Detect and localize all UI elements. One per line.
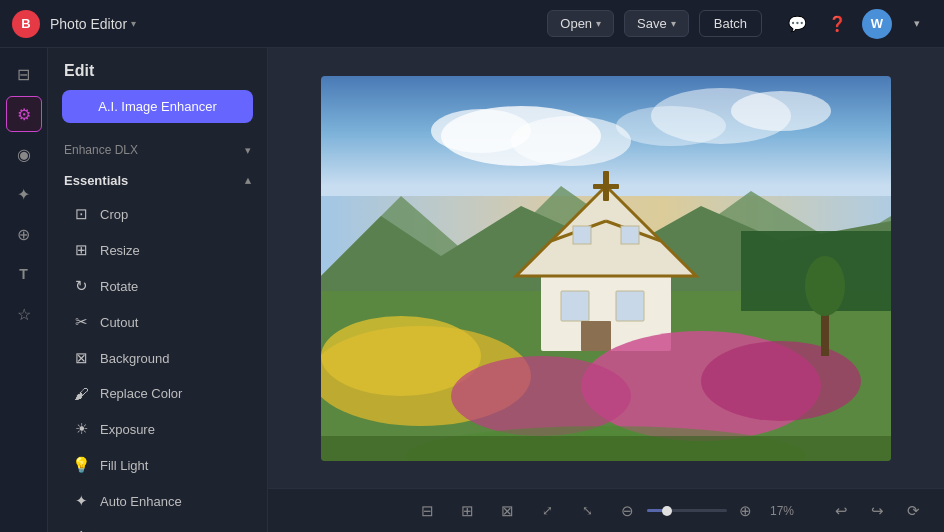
svg-point-4 (511, 116, 631, 166)
batch-button[interactable]: Batch (699, 10, 762, 37)
zoom-control: ⊖ ⊕ 17% (613, 496, 800, 526)
resize-icon: ⊞ (72, 241, 90, 259)
menu-item-cutout[interactable]: ✂ Cutout (54, 304, 261, 340)
grid-icon[interactable]: ⊠ (493, 496, 523, 526)
svg-point-6 (731, 91, 831, 131)
svg-point-7 (616, 106, 726, 146)
rail-text-icon[interactable]: T (6, 256, 42, 292)
menu-item-rotate[interactable]: ↻ Rotate (54, 268, 261, 304)
svg-rect-17 (593, 184, 619, 189)
cutout-icon: ✂ (72, 313, 90, 331)
main-layout: ⊟ ⚙ ◉ ✦ ⊕ T ☆ Edit A.I. Image Enhancer E… (0, 48, 944, 532)
canvas-area: ⊟ ⊞ ⊠ ⤢ ⤡ ⊖ ⊕ 17% ↩ ↪ ⟳ (268, 48, 944, 532)
menu-label-fill-light: Fill Light (100, 458, 148, 473)
svg-rect-22 (581, 321, 611, 351)
photo-canvas (321, 76, 891, 461)
menu-label-exposure: Exposure (100, 422, 155, 437)
svg-rect-20 (561, 291, 589, 321)
zoom-percent: 17% (765, 504, 800, 518)
menu-item-replace-color[interactable]: 🖌 Replace Color (54, 376, 261, 411)
svg-point-29 (701, 341, 861, 421)
rail-eye-icon[interactable]: ◉ (6, 136, 42, 172)
rail-edit-icon[interactable]: ⚙ (6, 96, 42, 132)
ai-image-enhancer-button[interactable]: A.I. Image Enhancer (62, 90, 253, 123)
section-essentials-label: Essentials (64, 173, 128, 188)
topbar: B Photo Editor ▾ Open ▾ Save ▾ Batch 💬 ❓… (0, 0, 944, 48)
rail-sticker-icon[interactable]: ☆ (6, 296, 42, 332)
svg-rect-24 (621, 226, 639, 244)
account-chevron-icon[interactable]: ▾ (902, 9, 932, 39)
svg-point-28 (451, 356, 631, 436)
section-header-enhance[interactable]: Enhance DLX ▾ (48, 135, 267, 165)
menu-label-background: Background (100, 351, 169, 366)
zoom-out-icon[interactable]: ⊖ (613, 496, 643, 526)
app-title: Photo Editor (50, 16, 127, 32)
svg-point-32 (805, 256, 845, 316)
section-header-essentials[interactable]: Essentials ▴ (48, 165, 267, 196)
bottom-toolbar: ⊟ ⊞ ⊠ ⤢ ⤡ ⊖ ⊕ 17% ↩ ↪ ⟳ (268, 488, 944, 532)
zoom-track[interactable] (647, 509, 727, 512)
replace-color-icon: 🖌 (72, 385, 90, 402)
menu-label-replace-color: Replace Color (100, 386, 182, 401)
app-title-group[interactable]: Photo Editor ▾ (50, 16, 136, 32)
essentials-chevron-icon: ▴ (245, 174, 251, 187)
zoom-in-icon[interactable]: ⊕ (731, 496, 761, 526)
exposure-icon: ☀ (72, 420, 90, 438)
sidebar: Edit A.I. Image Enhancer Enhance DLX ▾ E… (48, 48, 268, 532)
help-icon[interactable]: ❓ (822, 9, 852, 39)
canvas-image-container[interactable] (321, 76, 891, 461)
background-icon: ⊠ (72, 349, 90, 367)
rail-layers-icon[interactable]: ⊟ (6, 56, 42, 92)
menu-item-crop[interactable]: ⊡ Crop (54, 196, 261, 232)
zoom-slider[interactable] (647, 509, 727, 512)
auto-enhance-icon: ✦ (72, 492, 90, 510)
menu-item-beautify[interactable]: ❋ Beautify (54, 519, 261, 532)
canvas-content (268, 48, 944, 488)
topbar-right: 💬 ❓ W ▾ (782, 9, 932, 39)
rotate-icon: ↻ (72, 277, 90, 295)
menu-item-fill-light[interactable]: 💡 Fill Light (54, 447, 261, 483)
zoom-thumb[interactable] (662, 506, 672, 516)
user-avatar[interactable]: W (862, 9, 892, 39)
crop-icon: ⊡ (72, 205, 90, 223)
expand-icon[interactable]: ⊞ (453, 496, 483, 526)
undo-icon[interactable]: ↩ (826, 496, 856, 526)
bottom-right-icons: ↩ ↪ ⟳ (826, 496, 928, 526)
menu-item-auto-enhance[interactable]: ✦ Auto Enhance (54, 483, 261, 519)
app-logo: B (12, 10, 40, 38)
fullscreen-icon[interactable]: ⤢ (533, 496, 563, 526)
enhance-chevron-icon: ▾ (245, 144, 251, 157)
layers-bottom-icon[interactable]: ⊟ (413, 496, 443, 526)
icon-rail: ⊟ ⚙ ◉ ✦ ⊕ T ☆ (0, 48, 48, 532)
svg-rect-23 (573, 226, 591, 244)
menu-label-crop: Crop (100, 207, 128, 222)
app-title-chevron: ▾ (131, 18, 136, 29)
svg-rect-21 (616, 291, 644, 321)
menu-item-resize[interactable]: ⊞ Resize (54, 232, 261, 268)
history-icon[interactable]: ⟳ (898, 496, 928, 526)
menu-label-resize: Resize (100, 243, 140, 258)
redo-icon[interactable]: ↪ (862, 496, 892, 526)
menu-label-rotate: Rotate (100, 279, 138, 294)
rail-effects-icon[interactable]: ⊕ (6, 216, 42, 252)
menu-item-exposure[interactable]: ☀ Exposure (54, 411, 261, 447)
svg-rect-33 (321, 436, 891, 461)
menu-label-auto-enhance: Auto Enhance (100, 494, 182, 509)
section-enhance-label: Enhance DLX (64, 143, 138, 157)
beautify-icon: ❋ (72, 528, 90, 532)
open-button[interactable]: Open ▾ (547, 10, 614, 37)
save-button[interactable]: Save ▾ (624, 10, 689, 37)
fit-icon[interactable]: ⤡ (573, 496, 603, 526)
fill-light-icon: 💡 (72, 456, 90, 474)
menu-item-background[interactable]: ⊠ Background (54, 340, 261, 376)
rail-magic-icon[interactable]: ✦ (6, 176, 42, 212)
comments-icon[interactable]: 💬 (782, 9, 812, 39)
menu-label-cutout: Cutout (100, 315, 138, 330)
sidebar-edit-title: Edit (48, 48, 267, 90)
